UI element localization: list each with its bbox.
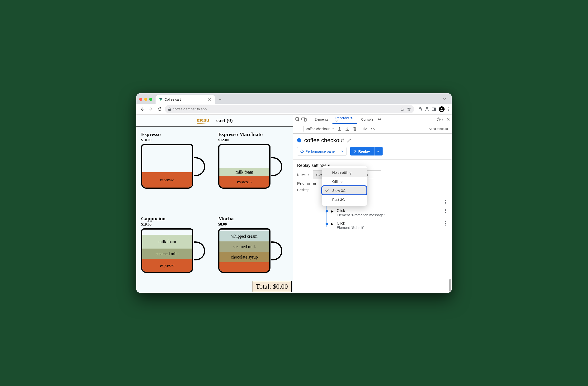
import-icon[interactable] (345, 126, 350, 131)
device-label: Desktop (297, 188, 309, 192)
product-espresso[interactable]: Espresso $10.00 espresso (141, 131, 211, 208)
svg-point-7 (448, 109, 449, 110)
svg-point-5 (441, 108, 442, 109)
svg-rect-4 (434, 108, 436, 111)
layer-espresso: espresso (142, 259, 192, 272)
product-grid: Espresso $10.00 espresso Espresso Macchi… (136, 126, 293, 293)
dropdown-option-fast-3g[interactable]: Fast 3G (322, 195, 367, 204)
svg-rect-2 (168, 109, 171, 111)
reload-button[interactable] (156, 106, 163, 113)
total-box[interactable]: Total: $0.00 (252, 281, 292, 292)
app-nav: menu cart (0) (136, 115, 293, 126)
layer-milk-foam: milk foam (219, 168, 269, 176)
performance-panel-button[interactable]: Performance panel (297, 147, 346, 156)
close-devtools-icon[interactable] (446, 118, 450, 121)
step-icon[interactable] (371, 126, 376, 131)
tab-recorder[interactable]: Recorder ⚗ (333, 115, 357, 124)
layer-espresso: espresso (219, 176, 269, 187)
record-bullet-icon (297, 138, 301, 142)
product-macchiato[interactable]: Espresso Macchiato $12.00 milk foam espr… (218, 131, 288, 208)
layer-milk-foam: milk foam (142, 235, 192, 248)
tab-elements[interactable]: Elements (312, 116, 331, 123)
steps-list: ▶ Click Element "Promotion message" ▶ Cl… (297, 202, 448, 230)
browser-toolbar: coffee-cart.netlify.app (136, 104, 452, 115)
nav-menu[interactable]: menu (197, 117, 209, 124)
lock-icon (168, 107, 171, 111)
add-recording-icon[interactable] (296, 126, 300, 131)
product-cappucino[interactable]: Cappucino $19.00 milk foam steamed milk … (141, 216, 211, 293)
mug-illustration: espresso (141, 144, 205, 189)
chevron-down-icon[interactable] (374, 147, 379, 156)
kebab-icon[interactable] (442, 117, 444, 122)
inspect-icon[interactable] (295, 117, 300, 122)
tab-console[interactable]: Console (358, 116, 376, 123)
step-node-icon (326, 210, 328, 212)
delete-icon[interactable] (352, 126, 357, 131)
vue-logo-icon (159, 98, 163, 101)
step-menu-icon[interactable] (443, 209, 448, 213)
close-window[interactable] (139, 98, 142, 101)
step-item[interactable]: ▶ Click Element "Promotion message" (326, 209, 448, 217)
window-controls (139, 98, 156, 104)
labs-icon[interactable] (425, 107, 429, 111)
new-tab-button[interactable]: + (217, 96, 224, 103)
close-panel-icon[interactable] (335, 120, 354, 122)
layer-espresso (219, 262, 269, 272)
export-icon[interactable] (337, 126, 342, 131)
replay-settings-header[interactable]: Replay settings ▾ (297, 163, 448, 168)
caret-right-icon: ▶ (331, 222, 334, 230)
chevron-down-icon[interactable] (339, 147, 343, 155)
bookmark-icon[interactable] (407, 107, 411, 111)
tabs-overflow-icon[interactable] (378, 118, 381, 121)
svg-point-15 (442, 120, 443, 121)
profile-avatar[interactable] (439, 106, 444, 112)
step-item[interactable]: ▶ Click Element "Submit" (326, 221, 448, 230)
minimize-window[interactable] (144, 98, 147, 101)
coffee-app: menu cart (0) Espresso $10.00 espresso E… (136, 115, 293, 293)
devtools: Elements Recorder ⚗ Console (293, 115, 452, 293)
dropdown-option-offline[interactable]: Offline (322, 177, 367, 186)
mug-illustration: milk foam espresso (218, 144, 282, 189)
panel-icon[interactable] (432, 107, 436, 111)
close-tab-icon[interactable] (208, 98, 211, 101)
browser-tab[interactable]: Coffee cart (156, 95, 215, 104)
network-row: Network Slow 3G ▴ Timeout (297, 170, 448, 179)
settings-icon[interactable] (437, 117, 441, 122)
forward-button[interactable] (148, 106, 154, 113)
play-icon (354, 150, 357, 153)
tabs-overflow-icon[interactable] (442, 96, 447, 101)
url-text: coffee-cart.netlify.app (173, 107, 207, 111)
play-slow-icon[interactable] (363, 126, 368, 131)
step-menu-icon[interactable] (443, 221, 448, 225)
step-node-icon (326, 223, 328, 225)
nav-cart[interactable]: cart (0) (216, 117, 233, 123)
back-button[interactable] (139, 106, 146, 113)
chevron-down-icon (332, 128, 334, 130)
product-name: Espresso Macchiato (218, 131, 288, 138)
product-name: Mocha (218, 216, 288, 222)
extensions-icon[interactable] (418, 107, 422, 111)
layer-steamed-milk: steamed milk (142, 248, 192, 259)
recording-selector[interactable]: coffee checkout (306, 127, 334, 131)
maximize-window[interactable] (149, 98, 152, 101)
dropdown-option-slow-3g[interactable]: Slow 3G (322, 186, 367, 195)
layer-whipped-cream: whipped cream (219, 231, 269, 242)
gauge-icon (300, 149, 304, 153)
feedback-link[interactable]: Send feedback (429, 127, 449, 131)
environment-row: Environment (297, 181, 448, 186)
share-icon[interactable] (400, 107, 404, 111)
address-bar[interactable]: coffee-cart.netlify.app (165, 105, 414, 113)
edit-icon[interactable] (347, 138, 351, 142)
dropdown-option-no-throttling[interactable]: No throttling (322, 168, 367, 177)
step-menu-icon[interactable] (443, 200, 448, 204)
toolbar-right (416, 106, 449, 112)
product-price: $8.00 (218, 222, 288, 226)
svg-point-8 (448, 110, 449, 111)
content-split: menu cart (0) Espresso $10.00 espresso E… (136, 115, 452, 293)
menu-icon[interactable] (447, 107, 449, 111)
replay-button[interactable]: Replay (350, 147, 383, 156)
caret-right-icon: ▶ (331, 210, 334, 217)
scrollbar[interactable] (449, 279, 451, 292)
svg-point-12 (438, 119, 439, 120)
device-icon[interactable] (301, 117, 307, 122)
